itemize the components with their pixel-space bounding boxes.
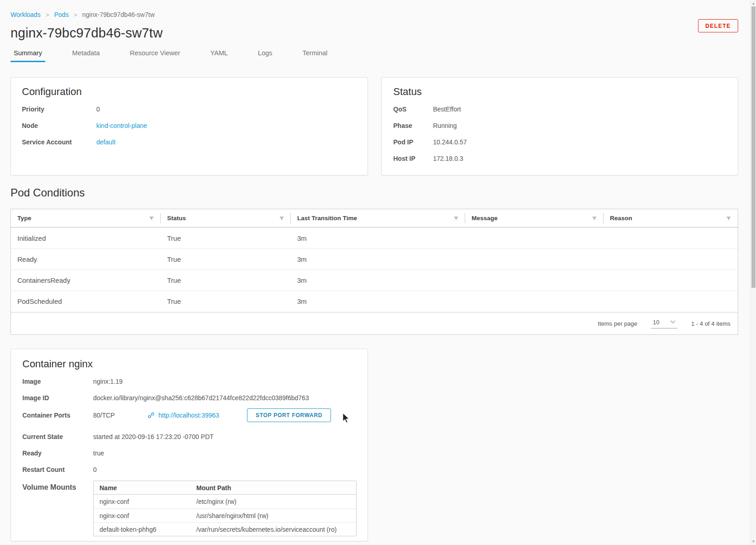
config-label: Service Account [22,138,96,146]
filter-icon[interactable] [592,216,597,221]
container-value: started at 2020-09-16 17:23:20 -0700 PDT [93,433,214,440]
table-row: Initialized True 3m [11,228,738,249]
table-row: Ready True 3m [11,249,738,270]
link-icon [147,412,155,419]
container-row-ready: Ready true [22,445,357,461]
tab-terminal[interactable]: Terminal [299,49,331,62]
filter-icon[interactable] [149,216,154,221]
container-label: Image ID [22,394,93,402]
configuration-card-title: Configuration [22,86,357,98]
tab-logs[interactable]: Logs [255,49,275,62]
container-value: true [93,450,104,457]
volume-mount-row: default-token-phhg6 /var/run/secrets/kub… [94,522,356,536]
page-title: nginx-79bc97db46-sw7tw [10,22,738,43]
scrollbar-up-arrow-icon[interactable]: ▲ [751,1,756,5]
container-value: 0 [93,466,97,473]
status-card: Status QoS BestEffort Phase Running Pod … [381,77,739,175]
container-row-ports: Container Ports 80/TCP http://localhost:… [22,406,357,424]
container-label: Volume Mounts [22,481,93,494]
container-card-title: Container nginx [22,358,357,370]
status-label: Pod IP [394,138,433,146]
column-header-message: Message [465,209,604,227]
container-label: Current State [22,433,93,440]
container-row-volume-mounts: Volume Mounts Name Mount Path nginx-conf… [22,481,357,536]
filter-icon[interactable] [726,216,731,221]
status-label: QoS [394,106,433,113]
config-row-service-account: Service Account default [22,134,357,150]
image-id-value: docker.io/library/nginx@sha256:c628b67d2… [93,394,357,402]
pod-detail-page: Workloads > Pods > nginx-79bc97db46-sw7t… [0,0,756,545]
volume-mount-row: nginx-conf /usr/share/nginx/html (rw) [94,508,356,522]
container-value: nginx:1.19 [93,378,123,385]
status-label: Host IP [394,155,433,162]
pod-conditions-heading: Pod Conditions [10,184,738,201]
tab-yaml[interactable]: YAML [207,49,231,62]
scrollbar-down-arrow-icon[interactable]: ▼ [751,540,756,544]
volume-mounts-header: Name Mount Path [94,481,356,495]
status-row-qos: QoS BestEffort [394,101,727,117]
items-per-page-label: Items per page [598,320,637,327]
config-row-node: Node kind-control-plane [22,117,357,134]
tab-metadata[interactable]: Metadata [69,49,103,62]
table-header-row: Type Status Last Transition Time Message… [11,209,738,228]
status-row-host-ip: Host IP 172.18.0.3 [394,150,727,167]
volume-mounts-table: Name Mount Path nginx-conf /etc/nginx (r… [93,481,357,536]
container-card: Container nginx Image nginx:1.19 Image I… [10,349,368,541]
service-account-link[interactable]: default [96,138,116,146]
page-size-select[interactable]: 10 [651,319,677,328]
config-value: 0 [96,106,100,113]
filter-icon[interactable] [453,216,459,221]
column-header-type: Type [11,209,161,227]
tab-resource-viewer[interactable]: Resource Viewer [127,49,184,62]
container-row-current-state: Current State started at 2020-09-16 17:2… [22,429,357,445]
breadcrumb-separator-icon: > [46,11,49,18]
table-row: PodScheduled True 3m [11,291,738,312]
config-label: Priority [22,106,96,113]
config-label: Node [22,122,96,129]
status-value: 172.18.0.3 [433,155,463,162]
container-row-image-id: Image ID docker.io/library/nginx@sha256:… [22,390,357,406]
container-label: Image [22,378,93,385]
container-row-restart-count: Restart Count 0 [22,461,357,478]
status-value: Running [433,122,457,129]
status-label: Phase [394,122,433,129]
tab-summary[interactable]: Summary [10,49,45,62]
container-label: Restart Count [22,466,93,473]
configuration-card: Configuration Priority 0 Node kind-contr… [10,77,368,175]
column-header-reason: Reason [604,209,738,227]
column-header-status: Status [161,209,291,227]
node-link[interactable]: kind-control-plane [96,122,147,129]
delete-button[interactable]: DELETE [698,19,738,32]
breadcrumb-pods-link[interactable]: Pods [54,11,68,18]
container-label: Container Ports [22,412,93,419]
filter-icon[interactable] [279,216,284,221]
table-row: ContainersReady True 3m [11,270,738,291]
breadcrumb-separator-icon: > [74,11,77,18]
breadcrumb-workloads-link[interactable]: Workloads [10,11,41,18]
status-value: 10.244.0.57 [433,138,467,146]
vertical-scrollbar[interactable]: ▲ ▼ [750,0,756,545]
breadcrumb-current-item: nginx-79bc97db46-sw7tw [82,11,155,18]
breadcrumb: Workloads > Pods > nginx-79bc97db46-sw7t… [10,11,738,18]
stop-port-forward-button[interactable]: STOP PORT FORWARD [247,408,331,422]
container-label: Ready [22,450,93,457]
port-forward-link[interactable]: http://localhost:39963 [158,412,219,419]
scrollbar-thumb[interactable] [751,6,756,288]
status-card-title: Status [394,86,727,98]
port-value: 80/TCP [93,412,147,419]
chevron-down-icon [670,320,676,324]
pagination-range-label: 1 - 4 of 4 items [691,320,730,327]
pod-conditions-table: Type Status Last Transition Time Message… [10,209,738,335]
tab-bar: Summary Metadata Resource Viewer YAML Lo… [10,49,738,62]
status-row-phase: Phase Running [394,117,727,134]
container-row-image: Image nginx:1.19 [22,373,357,390]
status-value: BestEffort [433,106,461,113]
config-row-priority: Priority 0 [22,101,357,117]
table-pagination: Items per page 10 1 - 4 of 4 items [11,312,738,334]
status-row-pod-ip: Pod IP 10.244.0.57 [394,134,727,150]
column-header-last-transition-time: Last Transition Time [291,209,465,227]
volume-mount-row: nginx-conf /etc/nginx (rw) [94,495,356,508]
